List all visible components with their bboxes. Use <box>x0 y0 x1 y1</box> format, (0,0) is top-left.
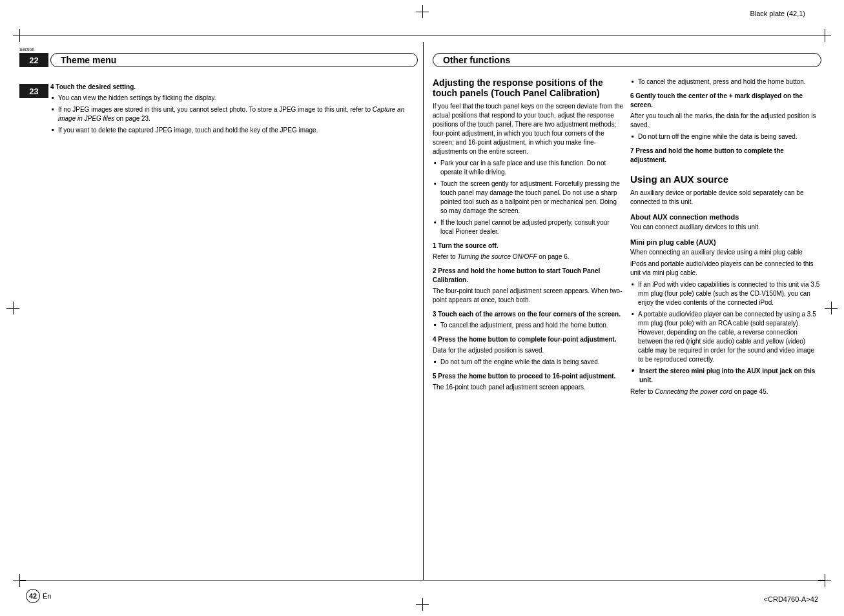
mini-pin-body: iPods and portable audio/video players c… <box>630 260 821 278</box>
step3-heading: 3 Touch each of the arrows on the four c… <box>433 310 624 319</box>
step2-body: The four-point touch panel adjustment sc… <box>433 287 624 305</box>
warning-bullet-1: • Park your car in a safe place and use … <box>433 159 624 177</box>
left-bullet-3: If you want to delete the captured JPEG … <box>50 126 412 135</box>
cancel-note-top-item: To cancel the adjustment, press and hold… <box>630 77 821 87</box>
step4-bullets: Do not turn off the engine while the dat… <box>433 358 624 367</box>
crosshair-bottom-center <box>416 598 429 611</box>
step3-bullets: To cancel the adjustment, press and hold… <box>433 321 624 330</box>
page-border-bottom <box>19 580 825 580</box>
footer-right: <CRD4760-A>42 <box>764 595 818 603</box>
right-col-1: Adjusting the response positions of the … <box>433 77 624 399</box>
right-column: Adjusting the response positions of the … <box>433 77 821 399</box>
step1-body: Refer to Turning the source ON/OFF on pa… <box>433 252 624 262</box>
insert-bullets: ● Insert the stereo mini plug into the A… <box>630 367 821 385</box>
left-bullet-2: If no JPEG images are stored in this uni… <box>50 105 412 123</box>
aux-heading: Using an AUX source <box>630 174 821 185</box>
step1-heading: 1 Turn the source off. <box>433 241 624 251</box>
intro-text: If you feel that the touch panel keys on… <box>433 102 624 156</box>
step3-bullet-1: To cancel the adjustment, press and hold… <box>433 321 624 330</box>
other-functions-header: Other functions <box>433 53 821 67</box>
mini-pin-intro: When connecting an auxiliary device usin… <box>630 248 821 257</box>
right-two-col: Adjusting the response positions of the … <box>433 77 821 399</box>
footer-lang: En <box>43 592 51 600</box>
theme-menu-label: Theme menu <box>61 55 116 65</box>
mini-pin-heading: Mini pin plug cable (AUX) <box>630 238 821 246</box>
aux-intro: An auxiliary device or portable device s… <box>630 189 821 207</box>
mini-pin-bullet-2: • A portable audio/video player can be c… <box>630 310 821 364</box>
cancel-note-top: To cancel the adjustment, press and hold… <box>630 77 821 87</box>
step5-body: The 16-point touch panel adjustment scre… <box>433 383 624 392</box>
section-22-box: 22 <box>19 53 48 67</box>
mini-pin-bullet-1: • If an iPod with video capabilities is … <box>630 280 821 307</box>
step4-heading: 4 Press the home button to complete four… <box>433 335 624 344</box>
step6-heading: 6 Gently touch the center of the + mark … <box>630 92 821 110</box>
step6-bullet-1: Do not turn off the engine while the dat… <box>630 132 821 141</box>
step4-bullet-1: Do not turn off the engine while the dat… <box>433 358 624 367</box>
page-number: 42 <box>26 589 40 603</box>
crosshair-top-center <box>416 5 429 18</box>
step5-heading: 5 Press the home button to proceed to 16… <box>433 372 624 381</box>
mini-pin-bullets: • If an iPod with video capabilities is … <box>630 280 821 364</box>
theme-menu-header: Theme menu <box>50 53 418 67</box>
about-aux-body: You can connect auxiliary devices to thi… <box>630 223 821 232</box>
step4-body: Data for the adjusted position is saved. <box>433 346 624 355</box>
page-border-top <box>19 36 825 36</box>
warning-bullet-3: • If the touch panel cannot be adjusted … <box>433 218 624 236</box>
left-bullet-1: You can view the hidden settings by flic… <box>50 94 412 103</box>
vertical-divider <box>423 42 424 580</box>
footer-left: 42 En <box>26 589 51 603</box>
other-functions-label: Other functions <box>443 55 510 65</box>
section-23-box: 23 <box>19 84 48 98</box>
step6-bullets: Do not turn off the engine while the dat… <box>630 132 821 141</box>
crosshair-right-center <box>825 302 838 314</box>
insert-body: Refer to Connecting the power cord on pa… <box>630 387 821 396</box>
header-title: Black plate (42,1) <box>750 10 805 17</box>
left-step4-heading: 4 Touch the desired setting. <box>50 83 412 92</box>
footer-code: <CRD4760-A>42 <box>764 595 818 603</box>
warning-bullet-2: • Touch the screen gently for adjustment… <box>433 180 624 216</box>
step2-heading: 2 Press and hold the home button to star… <box>433 267 624 285</box>
about-aux-heading: About AUX connection methods <box>630 213 821 221</box>
step7-heading: 7 Press and hold the home button to comp… <box>630 147 821 165</box>
crosshair-left-center <box>6 302 19 314</box>
left-step4-bullets: You can view the hidden settings by flic… <box>50 94 412 135</box>
crosshair-bottom-right <box>818 574 831 587</box>
section-label: Section <box>19 47 34 52</box>
step6-body: After you touch all the marks, the data … <box>630 112 821 130</box>
right-col-2: To cancel the adjustment, press and hold… <box>630 77 821 399</box>
crosshair-bottom-left <box>13 574 26 587</box>
insert-bullet: ● Insert the stereo mini plug into the A… <box>630 367 821 385</box>
left-column: 4 Touch the desired setting. You can vie… <box>50 77 412 138</box>
main-heading: Adjusting the response positions of the … <box>433 77 624 98</box>
warning-bullets: • Park your car in a safe place and use … <box>433 159 624 236</box>
